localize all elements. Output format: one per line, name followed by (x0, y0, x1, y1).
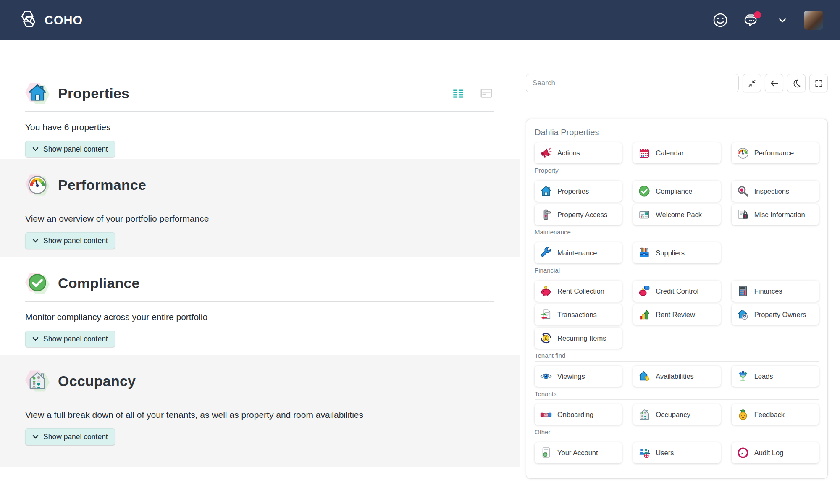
menu-item-recurring-items[interactable]: £Recurring Items (535, 328, 622, 349)
list-view-icon[interactable] (451, 86, 466, 101)
menu-item-viewings[interactable]: Viewings (535, 366, 622, 387)
card-view-icon[interactable] (479, 86, 494, 101)
show-panel-content-button[interactable]: Show panel content (25, 331, 115, 347)
menu-item-finances[interactable]: Finances (732, 281, 819, 302)
collapse-icon[interactable] (743, 74, 761, 92)
group-label-tenant-find: Tenant find (535, 352, 819, 359)
handshake-icon (540, 408, 552, 421)
quick-menu-panel: Dahlia Properties ActionsCalendarPerform… (526, 119, 828, 479)
menu-item-rent-collection[interactable]: Rent Collection (535, 281, 622, 302)
group-divider (535, 438, 819, 438)
search-input[interactable] (526, 74, 739, 92)
section-divider (25, 203, 494, 203)
brand[interactable]: COHO (17, 8, 83, 32)
section-properties: Properties (0, 67, 520, 159)
menu-item-label: Leads (754, 373, 773, 381)
menu-item-label: Property Access (557, 211, 607, 219)
menu-item-welcome-pack[interactable]: Welcome Pack (633, 204, 720, 225)
piggy-bubble-icon (638, 285, 651, 297)
menu-item-onboarding[interactable]: Onboarding (535, 404, 622, 425)
menu-item-label: Transactions (557, 311, 597, 319)
toggle-separator (472, 87, 472, 100)
menu-item-label: Feedback (754, 411, 785, 419)
menu-item-label: Welcome Pack (656, 211, 702, 219)
menu-item-occupancy[interactable]: Occupancy (633, 404, 720, 425)
show-panel-content-button[interactable]: Show panel content (25, 141, 115, 158)
piggy-icon (540, 285, 552, 297)
eye-icon (540, 370, 552, 383)
avatar[interactable] (804, 10, 823, 30)
wrench-icon (540, 247, 552, 259)
leads-icon (737, 370, 749, 383)
menu-item-availabilities[interactable]: Availabilities (633, 366, 720, 387)
recur-icon: £ (540, 332, 552, 344)
gauge-icon (737, 147, 749, 159)
toolbox-icon (638, 247, 651, 259)
check-icon (638, 185, 651, 197)
menu-item-label: Calendar (656, 149, 684, 157)
group-label-other: Other (535, 428, 819, 436)
menu-item-misc-information[interactable]: Misc Information (732, 204, 819, 225)
bars-up-icon (638, 308, 651, 321)
menu-item-label: Suppliers (656, 249, 685, 257)
doc-arrows-icon (540, 308, 552, 321)
menu-item-leads[interactable]: Leads (732, 366, 819, 387)
menu-item-label: Property Owners (754, 311, 806, 319)
dark-mode-icon[interactable] (787, 74, 806, 92)
menu-item-your-account[interactable]: £Your Account (535, 442, 622, 463)
show-panel-content-button[interactable]: Show panel content (25, 232, 115, 249)
menu-item-compliance[interactable]: Compliance (633, 181, 720, 202)
compliance-section-icon (25, 271, 50, 295)
house-people-icon (737, 308, 749, 321)
menu-item-label: Users (656, 449, 674, 457)
fullscreen-icon[interactable] (809, 74, 828, 92)
section-title: Performance (58, 177, 146, 193)
menu-item-users[interactable]: Users (633, 442, 720, 463)
doc-lock-icon (737, 208, 749, 221)
calendar-icon (638, 147, 651, 159)
menu-item-property-access[interactable]: Property Access (535, 204, 622, 225)
house-tag-icon (638, 370, 651, 383)
calculator-icon (737, 285, 749, 297)
group-divider (535, 176, 819, 176)
menu-item-label: Misc Information (754, 211, 805, 219)
menu-item-label: Performance (754, 149, 794, 157)
section-description: Monitor compliancy across your entire po… (25, 312, 494, 322)
messages-icon[interactable] (742, 10, 761, 30)
menu-item-properties[interactable]: Properties (535, 181, 622, 202)
menu-item-feedback[interactable]: Feedback (732, 404, 819, 425)
section-divider (25, 399, 494, 399)
group-divider (535, 276, 819, 276)
occupancy-section-icon (25, 369, 50, 393)
back-arrow-icon[interactable] (765, 74, 783, 92)
section-title: Occupancy (58, 373, 136, 389)
clock-icon (737, 446, 749, 459)
menu-item-label: Properties (557, 187, 589, 195)
menu-item-label: Occupancy (656, 411, 690, 419)
group-label-tenants: Tenants (535, 390, 819, 397)
smiley-icon[interactable] (711, 10, 730, 30)
menu-item-maintenance[interactable]: Maintenance (535, 242, 622, 263)
menu-item-label: Rent Review (656, 311, 695, 319)
show-panel-content-button[interactable]: Show panel content (25, 428, 115, 445)
menu-item-label: Finances (754, 287, 782, 295)
notification-dot (754, 11, 761, 18)
section-occupancy: Occupancy View a full break down of all … (0, 355, 520, 467)
menu-item-calendar[interactable]: Calendar (633, 142, 720, 163)
menu-item-transactions[interactable]: Transactions (535, 304, 622, 325)
menu-item-actions[interactable]: Actions (535, 142, 622, 163)
menu-item-performance[interactable]: Performance (732, 142, 819, 163)
chevron-down-icon[interactable] (773, 10, 792, 30)
menu-item-suppliers[interactable]: Suppliers (633, 242, 720, 263)
magnifier-icon (737, 185, 749, 197)
section-title: Properties (58, 85, 129, 102)
menu-item-label: Availabilities (656, 373, 694, 381)
menu-item-property-owners[interactable]: Property Owners (732, 304, 819, 325)
menu-item-inspections[interactable]: Inspections (732, 181, 819, 202)
door-handle-icon (540, 208, 552, 221)
group-label-financial: Financial (535, 267, 819, 274)
menu-item-rent-review[interactable]: Rent Review (633, 304, 720, 325)
menu-item-label: Credit Control (656, 287, 698, 295)
menu-item-credit-control[interactable]: Credit Control (633, 281, 720, 302)
menu-item-audit-log[interactable]: Audit Log (732, 442, 819, 463)
